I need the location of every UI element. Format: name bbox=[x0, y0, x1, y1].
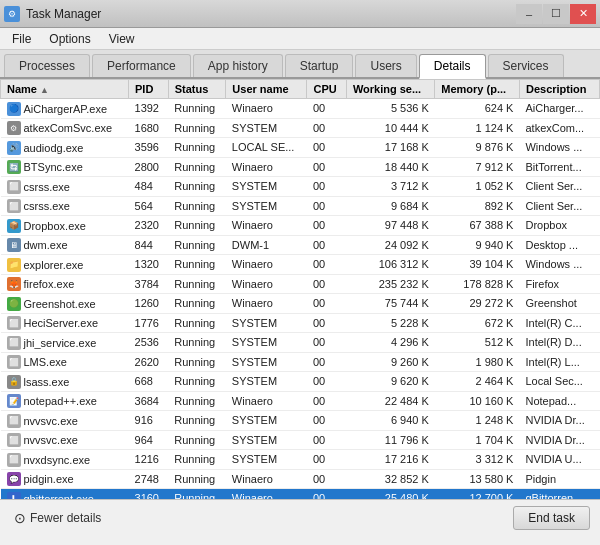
app-icon: ⚙ bbox=[4, 6, 20, 22]
cell-status: Running bbox=[168, 177, 226, 197]
cell-pid: 564 bbox=[129, 196, 169, 216]
table-row[interactable]: ⬜ nvxdsync.exe 1216 Running SYSTEM 00 17… bbox=[1, 450, 600, 470]
cell-cpu: 00 bbox=[307, 255, 346, 275]
table-row[interactable]: 🦊 firefox.exe 3784 Running Winaero 00 23… bbox=[1, 274, 600, 294]
fewer-details-button[interactable]: ⊙ Fewer details bbox=[10, 508, 105, 528]
tab-details[interactable]: Details bbox=[419, 54, 486, 79]
col-memory[interactable]: Memory (p... bbox=[435, 80, 520, 99]
col-cpu[interactable]: CPU bbox=[307, 80, 346, 99]
tab-app-history[interactable]: App history bbox=[193, 54, 283, 77]
menu-file[interactable]: File bbox=[4, 30, 39, 48]
cell-cpu: 00 bbox=[307, 430, 346, 450]
col-description[interactable]: Description bbox=[519, 80, 599, 99]
col-name[interactable]: Name ▲ bbox=[1, 80, 129, 99]
tab-users[interactable]: Users bbox=[355, 54, 416, 77]
cell-pid: 2620 bbox=[129, 352, 169, 372]
table-row[interactable]: ⬜ nvvsvc.exe 916 Running SYSTEM 00 6 940… bbox=[1, 411, 600, 431]
cell-status: Running bbox=[168, 430, 226, 450]
col-working[interactable]: Working se... bbox=[346, 80, 434, 99]
cell-cpu: 00 bbox=[307, 391, 346, 411]
cell-user: SYSTEM bbox=[226, 177, 307, 197]
table-row[interactable]: 🔄 BTSync.exe 2800 Running Winaero 00 18 … bbox=[1, 157, 600, 177]
cell-working: 18 440 K bbox=[346, 157, 434, 177]
minimize-button[interactable]: – bbox=[516, 4, 542, 24]
cell-desc: AiCharger... bbox=[519, 99, 599, 119]
cell-name: 📦 Dropbox.exe bbox=[1, 216, 129, 236]
cell-name: ⬜ csrss.exe bbox=[1, 177, 129, 197]
cell-status: Running bbox=[168, 450, 226, 470]
table-row[interactable]: 🔵 AiChargerAP.exe 1392 Running Winaero 0… bbox=[1, 99, 600, 119]
cell-desc: Intel(R) C... bbox=[519, 313, 599, 333]
tab-startup[interactable]: Startup bbox=[285, 54, 354, 77]
cell-user: Winaero bbox=[226, 157, 307, 177]
cell-memory: 672 K bbox=[435, 313, 520, 333]
cell-name: 🔄 BTSync.exe bbox=[1, 157, 129, 177]
cell-pid: 1216 bbox=[129, 450, 169, 470]
process-icon: 🔄 bbox=[7, 160, 21, 174]
process-icon: ⬜ bbox=[7, 414, 21, 428]
cell-user: Winaero bbox=[226, 99, 307, 119]
title-bar-left: ⚙ Task Manager bbox=[4, 6, 101, 22]
table-row[interactable]: 🖥 dwm.exe 844 Running DWM-1 00 24 092 K … bbox=[1, 235, 600, 255]
table-row[interactable]: 🔒 lsass.exe 668 Running SYSTEM 00 9 620 … bbox=[1, 372, 600, 392]
table-row[interactable]: ⬜ jhi_service.exe 2536 Running SYSTEM 00… bbox=[1, 333, 600, 353]
cell-cpu: 00 bbox=[307, 352, 346, 372]
cell-user: Winaero bbox=[226, 489, 307, 500]
table-row[interactable]: ⬜ csrss.exe 484 Running SYSTEM 00 3 712 … bbox=[1, 177, 600, 197]
table-row[interactable]: ⬜ LMS.exe 2620 Running SYSTEM 00 9 260 K… bbox=[1, 352, 600, 372]
table-row[interactable]: 🔊 audiodg.exe 3596 Running LOCAL SE... 0… bbox=[1, 138, 600, 158]
col-pid[interactable]: PID bbox=[129, 80, 169, 99]
cell-desc: NVIDIA Dr... bbox=[519, 430, 599, 450]
process-icon: 📝 bbox=[7, 394, 21, 408]
cell-desc: Windows ... bbox=[519, 255, 599, 275]
cell-user: SYSTEM bbox=[226, 313, 307, 333]
table-row[interactable]: ⬇ qbittorrent.exe 3160 Running Winaero 0… bbox=[1, 489, 600, 500]
cell-name: ⬜ nvxdsync.exe bbox=[1, 450, 129, 470]
fewer-details-icon: ⊙ bbox=[14, 510, 26, 526]
cell-status: Running bbox=[168, 216, 226, 236]
table-row[interactable]: 📦 Dropbox.exe 2320 Running Winaero 00 97… bbox=[1, 216, 600, 236]
cell-status: Running bbox=[168, 255, 226, 275]
tab-services[interactable]: Services bbox=[488, 54, 564, 77]
table-row[interactable]: 📝 notepad++.exe 3684 Running Winaero 00 … bbox=[1, 391, 600, 411]
tab-performance[interactable]: Performance bbox=[92, 54, 191, 77]
cell-memory: 892 K bbox=[435, 196, 520, 216]
cell-cpu: 00 bbox=[307, 411, 346, 431]
cell-desc: Desktop ... bbox=[519, 235, 599, 255]
process-table-container[interactable]: Name ▲ PID Status User name CPU Working … bbox=[0, 79, 600, 499]
cell-desc: Pidgin bbox=[519, 469, 599, 489]
table-row[interactable]: ⬜ csrss.exe 564 Running SYSTEM 00 9 684 … bbox=[1, 196, 600, 216]
table-row[interactable]: ⚙ atkexComSvc.exe 1680 Running SYSTEM 00… bbox=[1, 118, 600, 138]
menu-view[interactable]: View bbox=[101, 30, 143, 48]
cell-name: ⬜ csrss.exe bbox=[1, 196, 129, 216]
table-row[interactable]: 🟢 Greenshot.exe 1260 Running Winaero 00 … bbox=[1, 294, 600, 314]
cell-desc: Client Ser... bbox=[519, 196, 599, 216]
cell-desc: Intel(R) L... bbox=[519, 352, 599, 372]
table-row[interactable]: 📁 explorer.exe 1320 Running Winaero 00 1… bbox=[1, 255, 600, 275]
cell-cpu: 00 bbox=[307, 469, 346, 489]
cell-memory: 9 940 K bbox=[435, 235, 520, 255]
cell-user: Winaero bbox=[226, 469, 307, 489]
col-status[interactable]: Status bbox=[168, 80, 226, 99]
cell-user: SYSTEM bbox=[226, 450, 307, 470]
cell-working: 75 744 K bbox=[346, 294, 434, 314]
cell-desc: Windows ... bbox=[519, 138, 599, 158]
table-row[interactable]: ⬜ nvvsvc.exe 964 Running SYSTEM 00 11 79… bbox=[1, 430, 600, 450]
cell-user: SYSTEM bbox=[226, 372, 307, 392]
cell-cpu: 00 bbox=[307, 450, 346, 470]
table-row[interactable]: 💬 pidgin.exe 2748 Running Winaero 00 32 … bbox=[1, 469, 600, 489]
cell-cpu: 00 bbox=[307, 196, 346, 216]
maximize-button[interactable]: ☐ bbox=[543, 4, 569, 24]
cell-pid: 844 bbox=[129, 235, 169, 255]
cell-status: Running bbox=[168, 118, 226, 138]
menu-options[interactable]: Options bbox=[41, 30, 98, 48]
end-task-button[interactable]: End task bbox=[513, 506, 590, 530]
tab-processes[interactable]: Processes bbox=[4, 54, 90, 77]
close-button[interactable]: ✕ bbox=[570, 4, 596, 24]
cell-pid: 1680 bbox=[129, 118, 169, 138]
col-username[interactable]: User name bbox=[226, 80, 307, 99]
cell-name: 🔊 audiodg.exe bbox=[1, 138, 129, 158]
cell-user: SYSTEM bbox=[226, 333, 307, 353]
process-table: Name ▲ PID Status User name CPU Working … bbox=[0, 79, 600, 499]
table-row[interactable]: ⬜ HeciServer.exe 1776 Running SYSTEM 00 … bbox=[1, 313, 600, 333]
